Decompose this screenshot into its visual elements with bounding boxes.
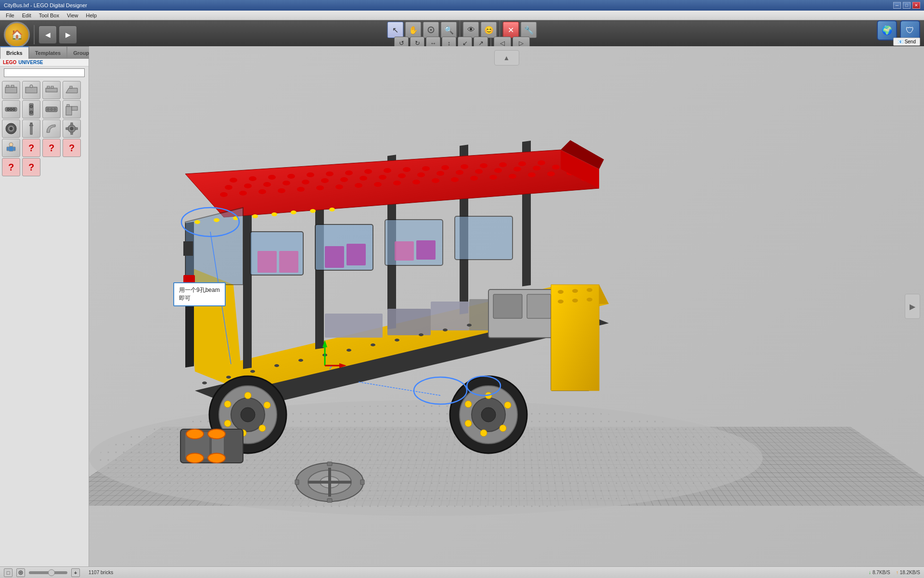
svg-point-74 [359, 176, 367, 181]
technic-connector[interactable] [42, 100, 61, 118]
svg-point-51 [249, 176, 257, 181]
svg-point-128 [226, 376, 231, 379]
svg-point-1 [430, 29, 432, 31]
svg-point-96 [432, 178, 439, 183]
scroll-up-button[interactable]: ▲ [494, 50, 519, 66]
curved-part[interactable] [42, 119, 61, 138]
tab-bar: Bricks Templates Groups ▶ [0, 46, 89, 59]
svg-point-133 [346, 349, 351, 352]
svg-rect-195 [327, 462, 332, 466]
svg-point-18 [30, 111, 33, 114]
zoom-slider[interactable] [29, 571, 67, 574]
menu-toolbox[interactable]: Tool Box [35, 12, 63, 19]
technic-beam[interactable] [2, 100, 20, 118]
question-mark-5[interactable]: ? [22, 158, 40, 176]
pan-tool[interactable]: ✋ [405, 22, 422, 38]
brick-slope[interactable] [63, 81, 81, 99]
zoom-in-button[interactable]: + [71, 568, 80, 577]
svg-point-151 [259, 425, 266, 432]
home-button[interactable]: 🏠 [4, 22, 30, 48]
svg-point-80 [475, 169, 483, 174]
svg-point-37 [9, 143, 13, 146]
brick-round[interactable] [22, 81, 40, 99]
svg-point-170 [572, 289, 578, 293]
svg-rect-7 [46, 88, 57, 92]
svg-point-100 [509, 174, 516, 179]
menu-view[interactable]: View [63, 12, 82, 19]
svg-point-14 [10, 108, 13, 111]
svg-point-188 [186, 429, 204, 439]
minimize-button[interactable]: ─ [893, 2, 901, 9]
main-viewport[interactable]: 用一个9孔beam 即可 ▲ ▶ [89, 46, 924, 566]
tab-templates[interactable]: Templates [29, 46, 67, 59]
delete-tool[interactable]: ✕ [503, 22, 519, 38]
maximize-button[interactable]: □ [903, 2, 911, 9]
wheel-rim[interactable] [2, 119, 20, 138]
menu-file[interactable]: File [2, 12, 18, 19]
left-panel: LEGO UNIVERSE [0, 59, 89, 566]
toolbar-btn-back[interactable]: ◀ [38, 26, 57, 44]
brick-2x4[interactable] [2, 81, 20, 99]
toolbar-separator [34, 25, 35, 44]
svg-rect-143 [493, 294, 522, 318]
send-button[interactable]: 📧 Send [893, 38, 920, 46]
upload-speed: ↑ 18.2KB/S [896, 570, 920, 575]
svg-rect-113 [395, 241, 414, 261]
svg-point-88 [278, 188, 285, 193]
svg-rect-25 [67, 105, 69, 106]
svg-marker-10 [66, 88, 77, 93]
menu-help[interactable]: Help [82, 12, 101, 19]
svg-point-173 [572, 299, 578, 302]
svg-rect-110 [279, 251, 298, 273]
question-mark-1[interactable]: ? [22, 139, 40, 157]
svg-point-154 [224, 401, 231, 407]
menu-edit[interactable]: Edit [18, 12, 35, 19]
technic-pin[interactable] [22, 100, 40, 118]
svg-point-120 [214, 218, 219, 222]
svg-rect-24 [72, 106, 77, 110]
svg-point-99 [489, 175, 497, 180]
brick-flat[interactable] [42, 81, 61, 99]
svg-rect-5 [26, 87, 37, 93]
close-button[interactable]: ✕ [912, 2, 920, 9]
select-tool[interactable]: ↖ [387, 22, 404, 38]
view-btn-1[interactable]: □ [4, 568, 13, 577]
svg-point-137 [443, 328, 448, 331]
svg-rect-166 [183, 241, 193, 256]
figure-tool[interactable]: 😊 [481, 22, 497, 38]
svg-point-68 [244, 184, 252, 188]
config-tool[interactable] [423, 22, 439, 38]
view-tool[interactable]: 👁 [463, 22, 479, 38]
question-mark-4[interactable]: ? [2, 158, 20, 176]
svg-point-123 [271, 212, 277, 216]
question-mark-2[interactable]: ? [42, 139, 61, 157]
svg-rect-2 [5, 87, 17, 93]
svg-point-93 [374, 182, 382, 187]
tab-bricks[interactable]: Bricks [0, 46, 29, 59]
svg-rect-34 [71, 132, 73, 134]
svg-rect-45 [243, 189, 252, 369]
search-parts-tool[interactable]: 🔍 [441, 22, 457, 38]
search-input[interactable] [4, 68, 85, 77]
brick-corner[interactable] [63, 100, 81, 118]
svg-rect-144 [527, 294, 551, 318]
gear-part[interactable] [63, 119, 81, 138]
status-right: ↓ 8.7KB/S ↑ 18.2KB/S [869, 570, 920, 575]
svg-point-73 [340, 177, 348, 182]
svg-point-153 [224, 420, 231, 427]
question-mark-3[interactable]: ? [63, 139, 81, 157]
send-label: Send [905, 39, 916, 44]
toolbar-btn-forward[interactable]: ▶ [59, 26, 77, 44]
zoom-slider-handle[interactable] [48, 569, 55, 576]
hinge-tool[interactable]: 🔧 [521, 22, 537, 38]
svg-rect-39 [7, 147, 9, 151]
view-btn-2[interactable]: ◎ [16, 568, 25, 577]
svg-rect-40 [13, 147, 15, 151]
svg-point-126 [329, 208, 335, 211]
brick-grid: ? ? ? ? ? [0, 79, 89, 178]
svg-point-64 [499, 162, 507, 167]
scroll-right-button[interactable]: ▶ [905, 294, 920, 319]
minifig-part[interactable] [2, 139, 20, 157]
svg-point-174 [587, 298, 592, 302]
axle-part[interactable] [22, 119, 40, 138]
